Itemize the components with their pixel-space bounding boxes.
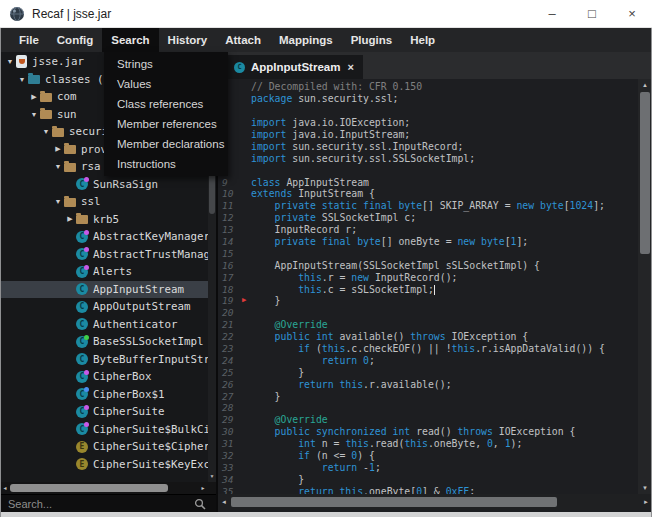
editor-hscroll-thumb[interactable]	[231, 497, 557, 507]
line-number: 13	[222, 224, 242, 235]
editor-vertical-scrollbar[interactable]: ▲ ▼	[638, 79, 652, 494]
tree-item-alerts[interactable]: CAlerts	[0, 263, 208, 281]
scroll-right-icon[interactable]: ►	[198, 482, 208, 494]
scroll-down-icon[interactable]: ▼	[208, 470, 216, 482]
tree-item-label: CipherBox	[93, 370, 152, 383]
menu-item-strings[interactable]: Strings	[104, 54, 228, 74]
code-text: @Override	[251, 414, 328, 425]
code-line-21: 21 @Override	[222, 319, 638, 331]
tree-item-ciphersuite[interactable]: CCipherSuite	[0, 403, 208, 421]
line-number: 26	[222, 379, 242, 390]
class-icon: C	[76, 266, 88, 278]
line-number: 11	[222, 200, 242, 211]
code-text: private SSLSocketImpl c;	[251, 212, 416, 223]
window-frame-left	[0, 28, 1, 517]
tree-item-label: jsse.jar	[32, 55, 84, 68]
tree-item-abstracttrustmanagerw[interactable]: CAbstractTrustManagerW	[0, 246, 208, 264]
scroll-left-icon[interactable]: ◄	[218, 494, 230, 510]
scroll-up-icon[interactable]: ▲	[638, 79, 652, 91]
line-number: 19	[222, 295, 242, 306]
tree-item-ciphersuite-keyexchan[interactable]: ECipherSuite$KeyExchan	[0, 456, 208, 474]
menu-plugins[interactable]: Plugins	[342, 28, 402, 52]
tree-item-label: Authenticator	[93, 318, 178, 331]
app-icon	[9, 6, 25, 22]
line-number: 21	[222, 319, 242, 330]
code-line-19: 19▶ }	[222, 295, 638, 307]
folder-icon	[64, 163, 76, 172]
menu-file[interactable]: File	[10, 28, 48, 52]
tree-collapsed-icon[interactable]: ▶	[65, 215, 75, 223]
minimize-button[interactable]: –	[532, 0, 572, 27]
tree-expanded-icon[interactable]: ▼	[53, 163, 63, 170]
code-editor[interactable]: 1// Decompiled with: CFR 0.1502package s…	[218, 79, 638, 494]
code-text: this.c = sSLSocketImpl;	[251, 284, 435, 295]
line-number: 24	[222, 355, 242, 366]
line-number: 27	[222, 391, 242, 402]
menu-config[interactable]: Config	[48, 28, 102, 52]
editor-horizontal-scrollbar[interactable]: ◄ ►	[218, 494, 652, 510]
modifier-badge	[84, 422, 89, 427]
tab-close-icon[interactable]: ×	[347, 61, 353, 73]
tree-search-field[interactable]: Search...	[0, 494, 216, 513]
tab-label: AppInputStream	[251, 61, 340, 73]
close-button[interactable]: ×	[612, 0, 652, 27]
code-line-28: 28	[222, 402, 638, 414]
code-line-31: 31 int n = this.read(this.oneByte, 0, 1)…	[222, 438, 638, 450]
menu-item-member-references[interactable]: Member references	[104, 114, 228, 134]
package-folder-icon	[28, 75, 40, 84]
menu-help[interactable]: Help	[401, 28, 444, 52]
maximize-button[interactable]: □	[572, 0, 612, 27]
tree-item-appinputstream[interactable]: CAppInputStream	[0, 281, 208, 299]
code-line-1: 1// Decompiled with: CFR 0.150	[222, 81, 638, 93]
tree-item-ciphersuite-ciphertyp[interactable]: ECipherSuite$CipherTyp	[0, 438, 208, 456]
tree-horizontal-scrollbar[interactable]: ◄ ►	[0, 482, 216, 494]
tree-collapsed-icon[interactable]: ▶	[29, 93, 39, 101]
tree-expanded-icon[interactable]: ▼	[29, 111, 39, 118]
tree-expanded-icon[interactable]: ▼	[17, 76, 27, 83]
menu-attach[interactable]: Attach	[216, 28, 270, 52]
tree-collapsed-icon[interactable]: ▶	[53, 145, 63, 153]
titlebar: Recaf | jsse.jar – □ ×	[0, 0, 652, 28]
code-text: if (this.c.checkEOF() || !this.r.isAppDa…	[251, 343, 605, 354]
code-line-10: 10extends InputStream {	[222, 188, 638, 200]
tree-item-sunrsasign[interactable]: CSunRsaSign	[0, 176, 208, 194]
code-text: import sun.security.ssl.InputRecord;	[251, 141, 463, 152]
menu-item-class-references[interactable]: Class references	[104, 94, 228, 114]
tree-hscroll-thumb[interactable]	[10, 484, 168, 492]
tab-appinputstream[interactable]: C AppInputStream ×	[224, 55, 363, 79]
line-number: 18	[222, 284, 242, 295]
tree-item-ssl[interactable]: ▼ssl	[0, 193, 208, 211]
tree-item-label: CipherBox$1	[93, 388, 165, 401]
tree-item-authenticator[interactable]: CAuthenticator	[0, 316, 208, 334]
editor-vscroll-thumb[interactable]	[640, 92, 650, 254]
menu-mappings[interactable]: Mappings	[270, 28, 342, 52]
code-text: if (n <= 0) {	[251, 450, 375, 461]
tree-expanded-icon[interactable]: ▼	[53, 198, 63, 205]
menu-history[interactable]: History	[159, 28, 217, 52]
tree-expanded-icon[interactable]: ▼	[5, 58, 15, 65]
modifier-badge	[84, 177, 89, 182]
menu-item-member-declarations[interactable]: Member declarations	[104, 134, 228, 154]
folder-icon	[64, 145, 76, 154]
class-icon: C	[76, 318, 88, 330]
scroll-down-icon[interactable]: ▼	[638, 482, 652, 494]
tree-item-cipherbox[interactable]: CCipherBox	[0, 368, 208, 386]
tree-item-label: AppOutputStream	[93, 300, 191, 313]
tree-item-krb5[interactable]: ▶krb5	[0, 211, 208, 229]
class-icon: C	[76, 283, 88, 295]
code-text: package sun.security.ssl;	[251, 93, 398, 104]
tree-expanded-icon[interactable]: ▼	[41, 128, 51, 135]
menu-search[interactable]: Search	[102, 28, 158, 52]
class-icon: C	[76, 353, 88, 365]
tree-item-abstractkeymanagerwra[interactable]: CAbstractKeyManagerWra	[0, 228, 208, 246]
jar-icon	[16, 55, 27, 68]
tree-item-bytebufferinputstream[interactable]: CByteBufferInputStream	[0, 351, 208, 369]
scroll-left-icon[interactable]: ◄	[0, 482, 10, 494]
tree-item-ciphersuite-bulkciphe[interactable]: CCipherSuite$BulkCiphe	[0, 421, 208, 439]
tree-item-cipherbox-1[interactable]: CCipherBox$1	[0, 386, 208, 404]
folder-icon	[40, 110, 52, 119]
tree-item-basesslsocketimpl[interactable]: CBaseSSLSocketImpl	[0, 333, 208, 351]
tree-item-appoutputstream[interactable]: CAppOutputStream	[0, 298, 208, 316]
menu-item-values[interactable]: Values	[104, 74, 228, 94]
menu-item-instructions[interactable]: Instructions	[104, 154, 228, 174]
